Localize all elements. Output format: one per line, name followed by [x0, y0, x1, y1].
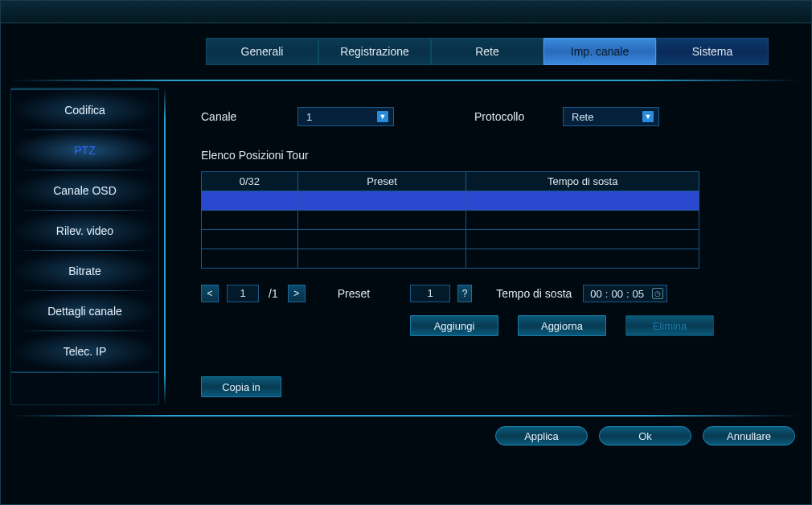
table-row[interactable] — [202, 191, 699, 211]
ok-button[interactable]: Ok — [599, 426, 691, 445]
sidebar-item-bitrate[interactable]: Bitrate — [11, 251, 158, 291]
divider-horizontal — [10, 80, 802, 81]
elimina-button[interactable]: Elimina — [625, 315, 714, 336]
protocollo-value: Rete — [572, 111, 593, 123]
sidebar-item-label: Bitrate — [68, 265, 100, 277]
sidebar-item-dettagli-canale[interactable]: Dettagli canale — [11, 291, 158, 331]
sidebar-item-label: Telec. IP — [64, 345, 107, 358]
aggiungi-button[interactable]: Aggiungi — [410, 315, 498, 336]
canale-select[interactable]: 1 ▼ — [297, 107, 394, 126]
sidebar-item-label: Rilev. video — [56, 224, 113, 237]
table-row[interactable] — [202, 249, 699, 269]
time-m: 00 — [611, 288, 622, 300]
chevron-down-icon: ▼ — [642, 111, 654, 122]
sidebar-item-telec-ip[interactable]: Telec. IP — [11, 331, 158, 372]
pager-row: < 1 /1 > Preset 1 ? Tempo di sosta 00 : … — [201, 285, 787, 302]
preset-label: Preset — [338, 287, 370, 300]
tour-list-title: Elenco Posizioni Tour — [201, 149, 787, 162]
sidebar-item-label: Canale OSD — [53, 184, 117, 197]
tour-table: 0/32 Preset Tempo di sosta — [201, 171, 699, 269]
sidebar-item-codifica[interactable]: Codifica — [11, 90, 158, 130]
tour-header-preset: Preset — [297, 172, 466, 191]
tab-registrazione[interactable]: Registrazione — [318, 38, 431, 65]
annullare-button[interactable]: Annullare — [703, 426, 795, 445]
table-row[interactable] — [202, 230, 699, 249]
protocollo-label: Protocollo — [474, 110, 563, 123]
tab-sistema[interactable]: Sistema — [656, 38, 769, 65]
preset-lookup-button[interactable]: ? — [457, 285, 472, 302]
clock-icon: ◷ — [652, 288, 663, 299]
time-label: Tempo di sosta — [496, 287, 572, 300]
divider-vertical — [164, 88, 166, 405]
sidebar-item-label: Dettagli canale — [47, 305, 122, 318]
time-s: 05 — [633, 288, 644, 300]
tab-rete[interactable]: Rete — [431, 38, 543, 65]
page-total: /1 — [267, 287, 280, 300]
sidebar-item-label: Codifica — [64, 104, 105, 117]
chevron-down-icon: ▼ — [377, 111, 388, 122]
page-prev-button[interactable]: < — [201, 285, 219, 302]
copia-in-button[interactable]: Copia in — [201, 376, 281, 397]
title-bar — [1, 1, 811, 23]
canale-label: Canale — [201, 110, 297, 123]
main-panel: Canale 1 ▼ Protocollo Rete ▼ Elenco Posi… — [177, 88, 811, 405]
tab-generali[interactable]: Generali — [206, 38, 318, 65]
top-tabs: Generali Registrazione Rete Imp. canale … — [206, 38, 811, 65]
protocollo-select[interactable]: Rete ▼ — [563, 107, 659, 126]
page-next-button[interactable]: > — [288, 285, 306, 302]
canale-value: 1 — [306, 111, 312, 123]
sidebar-item-label: PTZ — [74, 144, 95, 157]
table-row[interactable] — [202, 211, 699, 230]
aggiorna-button[interactable]: Aggiorna — [518, 315, 606, 336]
footer: Applica Ok Annullare — [1, 417, 811, 455]
time-h: 00 — [590, 288, 601, 300]
sidebar-item-ptz[interactable]: PTZ — [11, 130, 158, 170]
tour-header-count: 0/32 — [202, 172, 298, 191]
tab-imp-canale[interactable]: Imp. canale — [543, 38, 656, 65]
preset-field[interactable]: 1 — [410, 285, 450, 302]
page-current[interactable]: 1 — [227, 285, 259, 302]
tour-header-time: Tempo di sosta — [466, 172, 699, 191]
sidebar-item-canale-osd[interactable]: Canale OSD — [11, 170, 158, 211]
applica-button[interactable]: Applica — [495, 426, 588, 445]
sidebar: Codifica PTZ Canale OSD Rilev. video Bit… — [10, 88, 159, 405]
sidebar-item-rilev-video[interactable]: Rilev. video — [11, 211, 158, 251]
time-field[interactable]: 00 : 00 : 05 ◷ — [583, 285, 667, 302]
